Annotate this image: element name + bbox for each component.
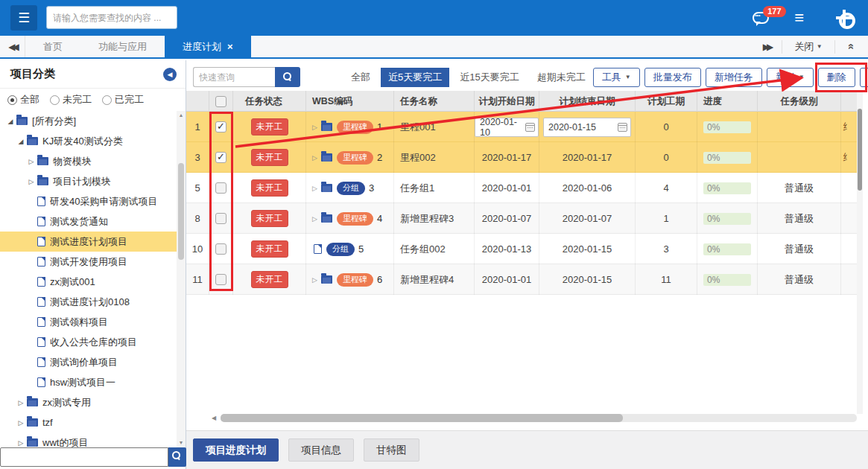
tree-item[interactable]: ◢[所有分类] [0,111,177,131]
task-name-cell[interactable]: 新增里程碑4 [394,264,475,295]
list-menu-icon[interactable]: ≡ [794,10,804,25]
expand-caret-icon[interactable]: ▷ [312,215,317,223]
bottom-tab-项目进度计划[interactable]: 项目进度计划 [193,438,279,462]
caret-collapsed-icon[interactable]: ▷ [27,158,36,165]
radio-已完工[interactable]: 已完工 [102,93,144,106]
tree-item[interactable]: 测试询价单项目 [0,352,177,372]
row-checkbox[interactable] [215,121,226,133]
row-checkbox[interactable] [215,274,226,285]
caret-collapsed-icon[interactable]: ▷ [16,399,25,406]
tree-item[interactable]: ▷tzf [0,412,177,433]
tree-search-button[interactable] [168,447,186,467]
radio-全部[interactable]: 全部 [7,93,39,106]
expand-caret-icon[interactable]: ▷ [312,276,317,284]
row-checkbox[interactable] [215,243,226,255]
collapse-up-icon[interactable]: « [835,40,868,53]
button-批量发布[interactable]: 批量发布 [644,68,701,87]
gear-icon[interactable] [837,10,852,25]
expand-caret-icon[interactable]: ▷ [312,185,317,192]
tabs-scroll-right-icon[interactable]: ▶▶ [752,42,782,52]
tree-item[interactable]: 测试开发使用项目 [0,252,177,272]
end-date-input[interactable]: 2020-01-15 [543,118,631,137]
notifications-button[interactable]: 177 [753,12,769,24]
filter-近5天要完工[interactable]: 近5天要完工 [381,68,449,87]
quick-search-input[interactable] [193,67,275,87]
task-name-cell[interactable]: 新增里程碑3 [394,203,475,234]
tree-item[interactable]: 测试领料项目 [0,312,177,332]
horizontal-scroll-thumb[interactable] [221,414,623,422]
filter-近15天要完工[interactable]: 近15天要完工 [452,68,526,87]
task-name-cell[interactable]: 任务组002 [394,234,475,264]
tree-item[interactable]: ▷wwt的项目 [0,433,177,447]
column-header-status[interactable]: 任务状态 [233,91,306,112]
button-label: 工具 [602,71,621,84]
caret-collapsed-icon[interactable]: ▷ [27,178,36,185]
filter-超期未完工[interactable]: 超期未完工 [530,68,593,87]
column-header-name[interactable]: 任务名称 [394,91,475,112]
calendar-icon[interactable] [618,123,627,132]
column-header-level[interactable]: 任务级别 [758,91,841,112]
row-checkbox[interactable] [215,213,226,224]
column-header-wbs[interactable]: WBS编码 [306,91,394,112]
row-checkbox[interactable] [215,182,226,194]
radio-未完工[interactable]: 未完工 [50,93,92,106]
button-批量保存[interactable]: 批量保存 [860,68,868,87]
close-tabs-dropdown[interactable]: 关闭 ▼ [782,40,834,54]
tabs-scroll-left-icon[interactable]: ◀◀ [0,36,25,57]
tab-active[interactable]: 进度计划× [165,36,251,57]
tree-search-input[interactable] [0,447,168,467]
tree-item[interactable]: 测试进度计划0108 [0,292,177,312]
tab-close-icon[interactable]: × [227,41,233,52]
tree-item[interactable]: ▷zx测试专用 [0,392,177,412]
table-vertical-scrollbar[interactable] [857,91,863,414]
expand-caret-icon[interactable]: ▷ [312,154,317,162]
expand-caret-icon[interactable]: ▷ [312,124,317,131]
tree-item[interactable]: ▷物资模块 [0,151,177,171]
caret-expanded-icon[interactable]: ◢ [6,118,15,125]
row-checkbox[interactable] [215,152,226,163]
tree-item[interactable]: 测试发货通知 [0,211,177,232]
tree-item[interactable]: 测试进度计划项目 [0,232,177,252]
scroll-down-icon[interactable]: ▼ [177,438,186,447]
tree-item[interactable]: hsw测试项目一 [0,372,177,392]
column-header-progress[interactable]: 进度 [697,91,758,112]
select-all-checkbox[interactable] [215,96,226,107]
task-name-cell[interactable]: 任务组1 [394,173,475,203]
column-header-end[interactable]: 计划结束日期 [539,91,636,112]
scroll-left-icon[interactable]: ◀ [212,415,221,421]
task-name-cell[interactable]: 里程001 [394,112,475,142]
bottom-tab-甘特图[interactable]: 甘特图 [364,438,419,462]
tree-item[interactable]: ▷项目计划模块 [0,171,177,191]
bottom-tab-项目信息[interactable]: 项目信息 [288,438,354,462]
filter-全部[interactable]: 全部 [343,68,378,87]
button-新增任务[interactable]: 新增任务 [706,68,762,87]
global-search-input[interactable] [46,6,177,29]
scroll-up-icon[interactable]: ▲ [177,111,186,120]
start-date-input[interactable]: 2020-01-10 [475,118,539,137]
sidebar-scrollbar[interactable]: ▲ ▼ [177,111,186,447]
quick-search-button[interactable] [275,67,300,87]
tree-item[interactable]: zx测试001 [0,272,177,292]
caret-collapsed-icon[interactable]: ▷ [16,439,25,447]
column-header-duration[interactable]: 计划工期 [636,91,697,112]
tab-item[interactable]: 首页 [25,36,80,57]
button-删除[interactable]: 删除 [818,68,855,87]
sidebar-collapse-button[interactable]: ◀ [163,68,177,81]
tree-item[interactable]: 收入公共仓库的项目 [0,332,177,352]
column-header-start[interactable]: 计划开始日期 [475,91,539,112]
task-name-cell[interactable]: 里程002 [394,142,475,173]
calendar-icon[interactable] [525,123,535,132]
caret-expanded-icon[interactable]: ◢ [16,138,25,145]
menu-toggle-button[interactable]: ☰ [10,5,37,31]
tab-item[interactable]: 功能与应用 [80,36,165,57]
vertical-scroll-thumb[interactable] [858,109,862,191]
tree-item[interactable]: ◢KJ研发40测试分类 [0,131,177,151]
table-horizontal-scrollbar[interactable]: ◀ [212,413,857,423]
sidebar-scroll-thumb[interactable] [178,163,184,260]
caret-collapsed-icon[interactable]: ▷ [16,419,25,427]
status-badge: 未开工 [251,240,288,258]
button-工具[interactable]: 工具▼ [593,68,640,87]
button-新增[interactable]: 新增▼ [767,68,814,87]
tree-item[interactable]: 研发40采购申请测试项目 [0,191,177,211]
tab-label: 首页 [43,40,63,54]
